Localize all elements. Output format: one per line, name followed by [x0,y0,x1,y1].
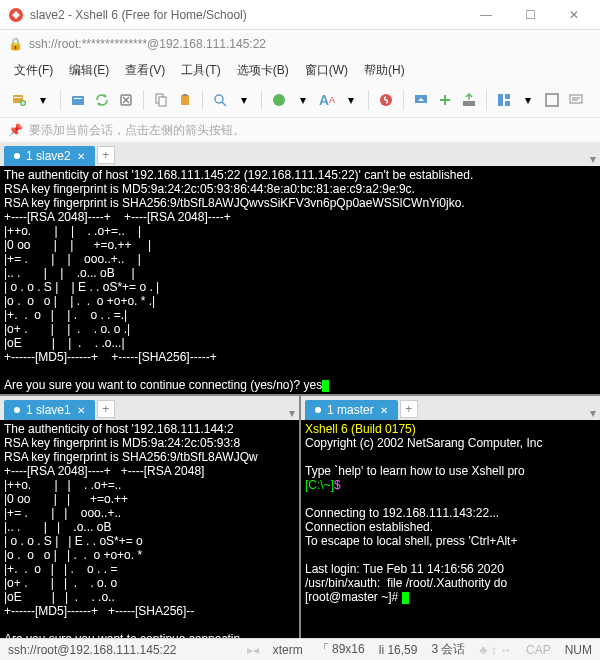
status-term-type: xterm [273,643,303,657]
status-sessions: 3 会话 [431,641,465,658]
open-button[interactable] [67,89,89,111]
menu-view[interactable]: 查看(V) [119,60,171,81]
svg-rect-4 [72,96,84,105]
find-dropdown[interactable]: ▾ [233,89,255,111]
pane-master: 1 master ✕ + ▾ Xshell 6 (Build 0175) Cop… [301,396,600,638]
lock-icon: 🔒 [8,37,23,51]
tab-label: 1 master [327,403,374,417]
terminal-slave2[interactable]: The authenticity of host '192.168.111.14… [0,166,600,394]
separator [202,90,203,110]
svg-point-11 [215,95,223,103]
status-bar: ssh://root@192.168.111.145:22 ▸◂ xterm 「… [0,638,600,660]
upload-button[interactable] [458,89,480,111]
fullscreen-button[interactable] [541,89,563,111]
tab-slave1[interactable]: 1 slave1 ✕ [4,400,95,420]
disconnect-button[interactable] [115,89,137,111]
menu-tabs[interactable]: 选项卡(B) [231,60,295,81]
svg-rect-10 [183,94,187,96]
layout-dropdown[interactable]: ▾ [517,89,539,111]
close-button[interactable]: ✕ [556,3,592,27]
svg-rect-14 [463,101,475,106]
pin-icon[interactable]: 📌 [8,123,23,137]
paste-button[interactable] [174,89,196,111]
svg-rect-19 [570,95,582,103]
separator [261,90,262,110]
font-button[interactable]: AA [316,89,338,111]
xftp-button[interactable] [434,89,456,111]
new-tab-button[interactable]: + [97,146,115,164]
hint-bar: 📌 要添加当前会话，点击左侧的箭头按钮。 [0,118,600,142]
menu-tools[interactable]: 工具(T) [175,60,226,81]
find-button[interactable] [209,89,231,111]
layout-button[interactable] [493,89,515,111]
toolbar: ▾ ▾ ▾ AA ▾ ▾ [0,82,600,118]
svg-rect-2 [14,97,22,98]
separator [403,90,404,110]
separator [486,90,487,110]
copy-button[interactable] [150,89,172,111]
tab-dropdown[interactable]: ▾ [289,406,295,420]
color-button[interactable] [268,89,290,111]
status-connection: ssh://root@192.168.111.145:22 [8,643,176,657]
hint-text: 要添加当前会话，点击左侧的箭头按钮。 [29,122,245,139]
status-num: NUM [565,643,592,657]
address-text[interactable]: ssh://root:**************@192.168.111.14… [29,37,592,51]
maximize-button[interactable]: ☐ [512,3,548,27]
svg-rect-18 [546,94,558,106]
status-cursor-pos: li 16,59 [379,643,418,657]
panes: 1 slave2 ✕ + ▾ The authenticity of host … [0,142,600,638]
close-tab-icon[interactable]: ✕ [380,405,388,416]
reconnect-button[interactable] [91,89,113,111]
new-tab-button[interactable]: + [400,400,418,418]
tabbar-master: 1 master ✕ + ▾ [301,396,600,420]
separator [60,90,61,110]
address-bar: 🔒 ssh://root:**************@192.168.111.… [0,30,600,58]
compose-button[interactable] [565,89,587,111]
terminal-slave1[interactable]: The authenticity of host '192.168.111.14… [0,420,299,638]
tab-dropdown[interactable]: ▾ [590,406,596,420]
svg-rect-8 [159,97,166,106]
bottom-row: 1 slave1 ✕ + ▾ The authenticity of host … [0,396,600,638]
separator [368,90,369,110]
minimize-button[interactable]: — [468,3,504,27]
svg-rect-16 [505,94,510,99]
new-session-dropdown[interactable]: ▾ [32,89,54,111]
pane-slave1: 1 slave1 ✕ + ▾ The authenticity of host … [0,396,299,638]
menu-file[interactable]: 文件(F) [8,60,59,81]
status-size: 「 89x16 [317,641,365,658]
new-tab-button[interactable]: + [97,400,115,418]
menu-help[interactable]: 帮助(H) [358,60,411,81]
svg-rect-15 [498,94,503,106]
svg-rect-17 [505,101,510,106]
titlebar: slave2 - Xshell 6 (Free for Home/School)… [0,0,600,30]
cursor [322,380,329,392]
terminal-master[interactable]: Xshell 6 (Build 0175) Copyright (c) 2002… [301,420,600,638]
status-dot-icon [14,407,20,413]
separator [143,90,144,110]
tab-label: 1 slave2 [26,149,71,163]
script-button[interactable] [375,89,397,111]
color-dropdown[interactable]: ▾ [292,89,314,111]
new-session-button[interactable] [8,89,30,111]
tab-dropdown[interactable]: ▾ [590,152,596,166]
tab-slave2[interactable]: 1 slave2 ✕ [4,146,95,166]
status-dot-icon [14,153,20,159]
close-tab-icon[interactable]: ✕ [77,151,85,162]
status-caps: CAP [526,643,551,657]
svg-point-12 [273,94,285,106]
transfer-button[interactable] [410,89,432,111]
svg-rect-5 [74,98,82,99]
menu-window[interactable]: 窗口(W) [299,60,354,81]
menu-edit[interactable]: 编辑(E) [63,60,115,81]
pane-slave2: 1 slave2 ✕ + ▾ The authenticity of host … [0,142,600,394]
cursor [402,592,409,604]
close-tab-icon[interactable]: ✕ [77,405,85,416]
window-title: slave2 - Xshell 6 (Free for Home/School) [30,8,468,22]
font-dropdown[interactable]: ▾ [340,89,362,111]
tab-label: 1 slave1 [26,403,71,417]
menu-bar: 文件(F) 编辑(E) 查看(V) 工具(T) 选项卡(B) 窗口(W) 帮助(… [0,58,600,82]
tab-master[interactable]: 1 master ✕ [305,400,398,420]
svg-rect-9 [181,95,189,105]
status-dot-icon [315,407,321,413]
tabbar-slave1: 1 slave1 ✕ + ▾ [0,396,299,420]
